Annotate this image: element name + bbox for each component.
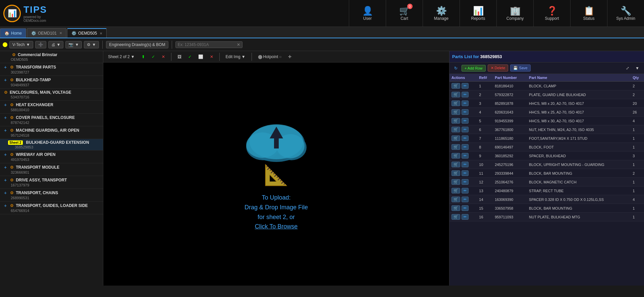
search-input[interactable] [178,42,237,47]
expand-icon-cover-panels[interactable]: + [4,115,7,120]
edit-btn[interactable]: ✏ [462,109,469,115]
sidebar-item-transport-chains[interactable]: +⚙TRANSPORT, CHAINS268990531 [0,189,103,202]
expand-icon-machine-guarding[interactable]: + [4,128,7,133]
cart-btn[interactable]: 🛒 [451,109,460,115]
nav-item-reports[interactable]: 📊Reports [460,0,496,27]
delete-btn-red[interactable]: ✕ [160,54,167,60]
print-button[interactable]: 🖨 ▼ [48,41,64,48]
sidebar-item-transform-parts[interactable]: +⚙TRANSFORM PARTS302398727 [0,63,103,76]
sidebar-item-cover-panels[interactable]: +⚙COVER PANELS, ENCLOSURE878742142 [0,114,103,126]
cart-btn[interactable]: 🛒 [451,162,460,167]
nav-item-manage[interactable]: ⚙️Manage [423,0,460,27]
edit-btn[interactable]: ✏ [462,83,469,89]
delete-btn[interactable]: ✕ Delete [488,65,508,72]
expand-icon-transport-chains[interactable]: + [4,190,7,196]
sidebar-item-commercial-brinstar[interactable]: ⚙Commercial BrinstarOEMD505 [0,51,103,63]
edit-btn[interactable]: ✏ [462,214,469,220]
edit-btn[interactable]: ✏ [462,153,469,159]
tab-oemd101[interactable]: ⚙️OEMD101✕ [27,28,66,38]
img-expand-btn[interactable]: ⬜ [196,54,205,60]
edit-btn[interactable]: ✏ [462,100,469,106]
expand-icon-transport-guides[interactable]: + [4,203,7,208]
click-to-browse-link[interactable]: Click To Browse [245,222,308,231]
camera-button[interactable]: 📷 ▼ [65,41,82,48]
add-button[interactable]: ➕ [35,41,46,48]
cart-btn[interactable]: 🛒 [451,170,460,176]
edit-btn[interactable]: ✏ [462,162,469,167]
sidebar-item-enclosures-main[interactable]: ⚙ENCLOSURES, MAIN, VOLTAGE534370716 [0,89,103,101]
sidebar-item-transport-guides[interactable]: +⚙TRANSPORT, GUIDES, LOADER SIDE65476691… [0,202,103,214]
drawing-tab[interactable]: Engineering Drawing(s) & BOM [106,41,168,48]
img-del-btn[interactable]: ✕ [208,54,215,60]
cart-btn[interactable]: 🛒 [451,83,460,89]
sidebar-item-transport-module[interactable]: +⚙TRANSPORT MODULE323666901 [0,163,103,176]
sidebar-item-heat-exchanger[interactable]: +⚙HEAT EXCHANGER588100410 [0,101,103,114]
settings-button[interactable]: ⚙ ▼ [84,41,99,48]
cart-btn[interactable]: 🛒 [451,197,460,202]
cart-btn[interactable]: 🛒 [451,179,460,185]
tab-oemd505[interactable]: ⚙️OEMD505✕ [67,28,107,38]
cart-btn[interactable]: 🛒 [451,100,460,106]
cart-btn[interactable]: 🛒 [451,135,460,141]
hotpoint-btn[interactable]: ⬤ Hotpoint ○ [256,54,284,60]
expand-icon-bulkhead-tamp[interactable]: + [4,77,7,83]
cart-btn[interactable]: 🛒 [451,214,460,220]
edit-btn[interactable]: ✏ [462,170,469,176]
sidebar-item-drive-assy[interactable]: +⚙DRIVE ASSY, TRANSPORT167137979 [0,176,103,189]
upload-btn-green[interactable]: ⬆ [140,54,147,60]
expand-icon-transport-module[interactable]: + [4,165,7,170]
edit-btn[interactable]: ✏ [462,92,469,97]
edit-btn[interactable]: ✏ [462,127,469,132]
sidebar-item-machine-guarding[interactable]: +⚙MACHINE GUARDING, AIR OPEN957124518 [0,126,103,139]
ref-cell: 5 [477,117,493,125]
edit-img-btn[interactable]: Edit Img ▼ [224,54,248,60]
refresh-btn[interactable]: ↻ [452,65,460,71]
tab-home[interactable]: 🏠Home [0,28,26,38]
edit-btn[interactable]: ✏ [462,205,469,211]
search-box[interactable]: ✕ [175,41,243,48]
cart-btn[interactable]: 🛒 [451,92,460,97]
cart-btn[interactable]: 🛒 [451,127,460,132]
drawing-canvas[interactable]: 📐 To Upload: Drag & Drop Image File for … [103,62,449,286]
edit-btn[interactable]: ✏ [462,135,469,141]
part-number-cell: 251064276 [493,178,527,186]
expand-icon-wireway-air-open[interactable]: + [4,152,7,157]
company-selector[interactable]: V-Tech ▼ [9,41,33,48]
action-cell: 🛒 ✏ [449,195,477,204]
img-check-btn[interactable]: ✓ [186,54,194,60]
expand-icon-transform-parts[interactable]: + [4,65,7,70]
save-btn[interactable]: 💾 Save [510,65,530,72]
sidebar-item-sheet2[interactable]: Sheet 2BULKHEAD-GUARD EXTENSION368529853 [0,139,103,151]
expand-icon-drive-assy[interactable]: + [4,177,7,183]
cart-btn[interactable]: 🛒 [451,153,460,159]
nav-item-company[interactable]: 🏢Company [496,0,533,27]
search-clear-icon[interactable]: ✕ [237,42,240,47]
add-row-btn[interactable]: + Add Row [462,65,486,72]
tab-close-oemd505[interactable]: ✕ [100,32,102,35]
nav-item-cart[interactable]: 🛒0Cart [386,0,423,27]
edit-btn[interactable]: ✏ [462,188,469,194]
tab-close-oemd101[interactable]: ✕ [59,31,62,35]
sheet-selector[interactable]: Sheet 2 of 2 ▼ [106,54,137,60]
check-btn-green[interactable]: ✓ [150,54,157,60]
nav-item-status[interactable]: 📋Status [570,0,607,27]
expand-panel-btn[interactable]: ⤢ [624,65,631,71]
cart-btn[interactable]: 🛒 [451,118,460,124]
edit-btn[interactable]: ✏ [462,179,469,185]
expand-icon-heat-exchanger[interactable]: + [4,102,7,108]
parts-header: Parts List for 368529853 [449,51,644,62]
cart-btn[interactable]: 🛒 [451,144,460,150]
collapse-panel-btn[interactable]: ▼ [633,65,641,71]
edit-btn[interactable]: ✏ [462,144,469,150]
image-btn[interactable]: 🖼 [175,54,183,60]
cart-btn[interactable]: 🛒 [451,205,460,211]
nav-item-user[interactable]: 👤User [349,0,386,27]
crosshair-btn[interactable]: ✛ [286,54,293,60]
sidebar-item-wireway-air-open[interactable]: +⚙WIREWAY AIR OPEN491970453 [0,151,103,163]
nav-item-sysadmin[interactable]: 🔧Sys Admin [607,0,644,27]
nav-item-support[interactable]: ❓Support [533,0,570,27]
cart-btn[interactable]: 🛒 [451,188,460,194]
sidebar-item-bulkhead-tamp[interactable]: +⚙BULKHEAD-TAMP934849937 [0,76,103,89]
edit-btn[interactable]: ✏ [462,118,469,124]
edit-btn[interactable]: ✏ [462,197,469,202]
